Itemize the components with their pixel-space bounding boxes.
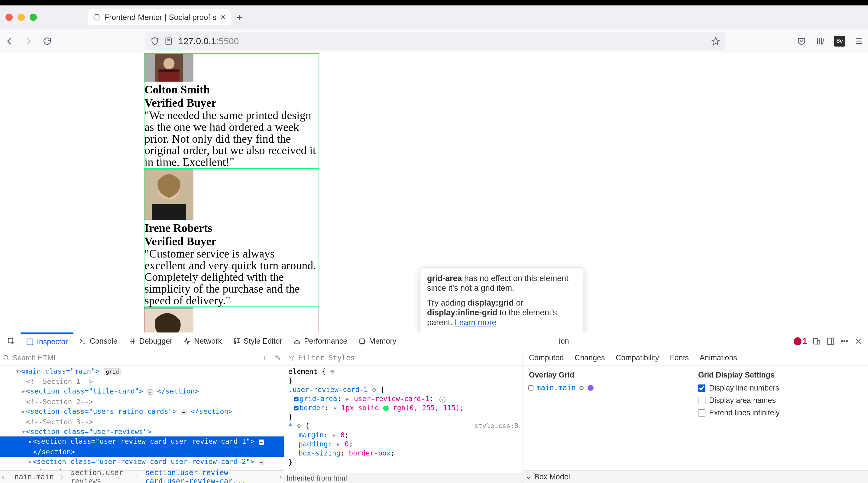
selected-dom-node[interactable]: ▸<section class="user-review-card user-r…	[0, 436, 284, 447]
reviewer-name: Irene Roberts	[145, 221, 318, 235]
avatar	[145, 54, 193, 82]
tab-console[interactable]: Console	[73, 332, 123, 350]
browser-toolbar: 127.0.0.1:5500 Se	[0, 29, 868, 53]
close-window-button[interactable]	[5, 13, 13, 21]
tab-performance[interactable]: Performance	[288, 332, 353, 350]
svg-rect-15	[27, 339, 33, 345]
user-review-card-3	[144, 307, 319, 333]
loading-spinner-icon	[93, 14, 100, 21]
tab-title: Frontend Mentor | Social proof s	[104, 13, 216, 22]
svg-point-20	[841, 340, 843, 342]
overlay-toggle[interactable]	[528, 385, 533, 391]
svg-rect-16	[360, 339, 364, 343]
dom-breadcrumbs[interactable]: ‹ nain.main section.user-reviews section…	[0, 470, 284, 483]
svg-rect-19	[828, 338, 834, 344]
tab-compatibility[interactable]: Compatibility	[616, 353, 659, 362]
crumb[interactable]: section.user-reviews	[62, 469, 137, 483]
rule-toggle[interactable]	[294, 397, 298, 401]
review-quote: "We needed the same printed design as th…	[145, 110, 318, 168]
user-reviews-section: Colton Smith Verified Buyer "We needed t…	[144, 53, 319, 332]
tab-memory[interactable]: Memory	[353, 332, 402, 350]
library-icon[interactable]	[815, 36, 825, 46]
address-bar[interactable]: 127.0.0.1:5500	[145, 32, 725, 50]
reload-button[interactable]	[42, 36, 53, 47]
browser-tab[interactable]: Frontend Mentor | Social proof s ×	[88, 9, 231, 25]
window-titlebar	[0, 0, 868, 5]
learn-more-link[interactable]: Learn more	[455, 318, 497, 327]
tab-style-editor[interactable]: Style Editor	[227, 332, 288, 350]
side-panel: Computed Changes Compatibility Fonts Ani…	[523, 350, 868, 483]
error-count-badge[interactable]: 1	[794, 337, 807, 345]
devtools-panel: Inspector Console Debugger Network Style…	[0, 332, 868, 483]
tab-computed[interactable]: Computed	[529, 353, 564, 362]
search-html-bar[interactable]: Search HTML + ✎	[0, 350, 284, 366]
crumb[interactable]: nain.main	[6, 473, 62, 481]
tab-inspector[interactable]: Inspector	[21, 332, 73, 350]
bookmark-star-icon[interactable]	[711, 37, 720, 46]
reviewer-role: Verified Buyer	[145, 235, 318, 248]
grid-color-swatch[interactable]	[588, 385, 594, 391]
user-review-card-1: Colton Smith Verified Buyer "We needed t…	[144, 53, 319, 169]
close-devtools-icon[interactable]	[854, 337, 863, 345]
add-element-button[interactable]: +	[262, 354, 267, 362]
menu-icon[interactable]	[854, 36, 864, 46]
gear-icon[interactable]: ⚙	[579, 384, 584, 392]
tab-debugger[interactable]: Debugger	[123, 332, 178, 350]
url-text: 127.0.0.1:5500	[178, 36, 239, 46]
new-tab-button[interactable]: +	[237, 11, 243, 23]
filter-styles-bar[interactable]: Filter Styles	[284, 350, 523, 366]
search-placeholder: Search HTML	[13, 354, 57, 362]
selenium-ide-icon[interactable]: Se	[834, 36, 845, 47]
responsive-mode-icon[interactable]	[812, 337, 821, 345]
grid-settings-heading: Grid Display Settings	[698, 370, 862, 379]
overlay-grid-heading: Overlay Grid	[529, 370, 686, 379]
markup-panel: Search HTML + ✎ ▾<main class="main"> gri…	[0, 350, 284, 483]
svg-rect-6	[152, 204, 186, 220]
crumb-prev-icon[interactable]: ‹	[0, 473, 6, 481]
inherited-from-label: Inherited from html	[284, 473, 523, 483]
tab-partial[interactable]: ion	[559, 337, 569, 345]
minimize-window-button[interactable]	[18, 13, 25, 21]
css-warning-tooltip: grid-area has no effect on this element …	[420, 267, 583, 332]
shield-icon	[151, 37, 159, 46]
extend-lines-option[interactable]: Extend lines infinitely	[698, 409, 862, 417]
page-info-icon[interactable]	[164, 37, 173, 46]
box-model-header[interactable]: Box Model	[523, 470, 868, 483]
side-panel-tabs: Computed Changes Compatibility Fonts Ani…	[523, 350, 868, 366]
reviewer-role: Verified Buyer	[145, 96, 318, 110]
svg-point-2	[163, 58, 175, 69]
element-picker-button[interactable]	[2, 332, 21, 350]
reviewer-name: Colton Smith	[145, 83, 318, 96]
kebab-menu-icon[interactable]	[840, 337, 849, 345]
eyedropper-icon[interactable]: ✎	[275, 354, 281, 362]
dock-side-icon[interactable]	[826, 337, 835, 345]
rules-panel: Filter Styles element { ⊕ } .user-review…	[284, 350, 523, 483]
tab-changes[interactable]: Changes	[575, 353, 605, 362]
css-rules[interactable]: element { ⊕ } .user-review-card-1 ⊕ { gr…	[284, 366, 523, 473]
info-icon[interactable]: i	[439, 397, 445, 402]
review-quote: "Customer service is always excellent an…	[145, 248, 318, 306]
back-button[interactable]	[4, 36, 15, 47]
avatar	[145, 169, 193, 220]
display-line-numbers-option[interactable]: Display line numbers	[698, 384, 862, 392]
rule-toggle[interactable]	[294, 406, 298, 410]
close-tab-button[interactable]: ×	[221, 12, 225, 22]
forward-button	[23, 36, 34, 47]
maximize-window-button[interactable]	[30, 13, 37, 21]
devtools-tab-bar: Inspector Console Debugger Network Style…	[0, 332, 868, 350]
tab-network[interactable]: Network	[178, 332, 227, 350]
svg-point-21	[844, 340, 845, 342]
crumb[interactable]: section.user-review-card.user-review-car…	[137, 469, 278, 483]
search-icon	[3, 355, 10, 361]
filter-placeholder: Filter Styles	[298, 354, 355, 362]
tab-fonts[interactable]: Fonts	[670, 353, 689, 362]
user-review-card-2: Irene Roberts Verified Buyer "Customer s…	[144, 169, 319, 307]
tab-animations[interactable]: Animations	[700, 353, 737, 362]
display-area-names-option[interactable]: Display area names	[698, 396, 862, 405]
grid-badge[interactable]: grid	[104, 368, 121, 375]
pocket-icon[interactable]	[797, 36, 806, 46]
color-swatch-icon[interactable]	[383, 405, 389, 411]
page-viewport: Colton Smith Verified Buyer "We needed t…	[0, 53, 868, 332]
overlay-grid-item[interactable]: main.main ⚙	[529, 384, 686, 392]
dom-tree[interactable]: ▾<main class="main"> grid <!--Section 1-…	[0, 366, 284, 470]
